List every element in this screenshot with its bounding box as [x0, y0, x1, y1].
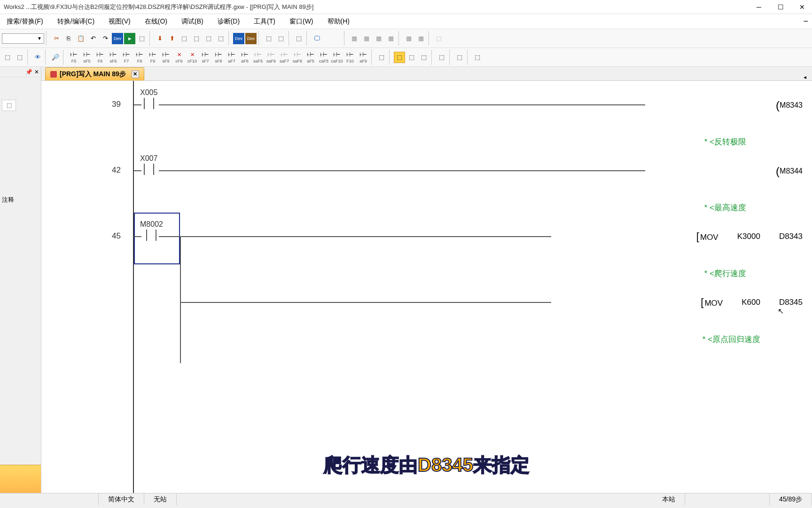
step-number: 39 [112, 100, 121, 109]
redo-icon[interactable]: ↷ [100, 33, 111, 44]
chart-icon-5[interactable]: ▦ [403, 33, 414, 44]
titlebar: Works2 ...工视频\9.FX3U与台达B2伺服定位控制\428.DSZR… [0, 0, 812, 14]
rung-comment: * <最高速度 [704, 202, 746, 213]
chart-icon-6[interactable]: ▦ [415, 33, 427, 44]
toolbar-dropdown-1[interactable]: ▼ [2, 33, 44, 44]
fkey-saF5[interactable]: ⊦⊢saF5 [252, 49, 264, 65]
fkey-F9[interactable]: ⊦⊢F9 [147, 49, 159, 65]
menu-diagnose[interactable]: 诊断(D) [215, 16, 242, 28]
toolbar2-btn-g[interactable]: ⬚ [436, 52, 447, 63]
menu-help[interactable]: 帮助(H) [325, 16, 352, 28]
coil-m8343[interactable]: (M8343 [776, 99, 803, 112]
coil-m8344[interactable]: (M8344 [776, 165, 803, 178]
toolbar2-btn-f[interactable]: ⬚ [418, 52, 429, 63]
fkey-F5[interactable]: ⊦⊢F5 [68, 49, 80, 65]
chart-icon-2[interactable]: ▦ [361, 33, 372, 44]
compare-icon[interactable]: ⬚ [191, 33, 202, 44]
maximize-button[interactable]: ☐ [774, 2, 787, 12]
toolbar2-btn-h[interactable]: ⬚ [454, 52, 465, 63]
fkey-sF7[interactable]: ⊦⊢sF7 [199, 49, 211, 65]
chart-icon-1[interactable]: ▦ [349, 33, 360, 44]
fkey-F8[interactable]: ⊦⊢F8 [133, 49, 146, 65]
toolbar2-btn-a[interactable]: ⬚ [2, 52, 13, 63]
titlebar-text: Works2 ...工视频\9.FX3U与台达B2伺服定位控制\428.DSZR… [4, 3, 753, 11]
fkey-cF10[interactable]: ✕cF10 [186, 49, 198, 65]
display-icon[interactable]: 🖵 [311, 33, 322, 44]
minimize-button[interactable]: ─ [753, 2, 765, 12]
toolbar2-btn-d[interactable]: ⬚ [394, 52, 405, 63]
menu-debug[interactable]: 调试(B) [179, 16, 206, 28]
fkey-aF7[interactable]: ⊦⊢aF7 [226, 49, 238, 65]
toolbar2-btn-b[interactable]: ⬚ [14, 52, 25, 63]
toolbar-btn-d[interactable]: ⬚ [263, 33, 274, 44]
contact-m8002[interactable]: M8002 [140, 220, 163, 241]
toolbar-btn-f[interactable]: ⬚ [293, 33, 304, 44]
fkey-sF8[interactable]: ⊦⊢sF8 [212, 49, 225, 65]
menu-view[interactable]: 视图(V) [106, 16, 133, 28]
tab-nav-left-icon[interactable]: ◂ [804, 74, 806, 80]
close-button[interactable]: ✕ [796, 2, 808, 12]
contact-x007[interactable]: X007 [140, 154, 157, 175]
toolbar-1: ▼ ✂ ⎘ 📋 ↶ ↷ Dev ▸ ⬚ ⬇ ⬆ ⬚ ⬚ ⬚ ⬚ Dev Dev … [0, 29, 812, 48]
tab-strip: [PRG]写入 MAIN 89步 ✕ ◂ [41, 67, 812, 81]
chart-icon-3[interactable]: ▦ [373, 33, 384, 44]
fkey-F10[interactable]: ⊦⊢F10 [344, 49, 356, 65]
monitor-icon[interactable]: ▸ [124, 33, 135, 44]
fkey-aF5[interactable]: ⊦⊢aF5 [304, 49, 317, 65]
menu-tool[interactable]: 工具(T) [251, 16, 278, 28]
tab-active[interactable]: [PRG]写入 MAIN 89步 ✕ [45, 67, 144, 80]
main-area: [PRG]写入 MAIN 89步 ✕ ◂ 39 X005 (M8343 * <反… [41, 67, 812, 493]
view-icon[interactable]: 👁 [32, 52, 43, 63]
toolbar-btn-b[interactable]: ⬚ [203, 33, 214, 44]
paste-icon[interactable]: 📋 [75, 33, 86, 44]
fkey-sF6[interactable]: ⊦⊢sF6 [107, 49, 119, 65]
tab-close-icon[interactable]: ✕ [132, 71, 139, 78]
toolbar-btn-e[interactable]: ⬚ [275, 33, 287, 44]
statusbar: 简体中文 无站 本站 45/89步 [0, 493, 812, 505]
left-tool-1[interactable]: ⬚ [2, 100, 16, 111]
rung-comment: * <原点回归速度 [703, 334, 760, 345]
fkey-saF7[interactable]: ⊦⊢saF7 [278, 49, 290, 65]
fkey-sF9[interactable]: ⊦⊢sF9 [160, 49, 172, 65]
left-panel-footer [0, 465, 41, 493]
menubar-overflow[interactable]: − [803, 16, 808, 26]
ladder-editor[interactable]: 39 X005 (M8343 * <反转极限 42 X007 (M8344 * [41, 81, 812, 493]
fkey-aF8[interactable]: ⊦⊢aF8 [239, 49, 251, 65]
dev-icon-2[interactable]: Dev [233, 33, 244, 44]
menu-convert[interactable]: 转换/编译(C) [55, 16, 97, 28]
fkey-cF9[interactable]: ✕cF9 [173, 49, 185, 65]
toolbar-btn-a[interactable]: ⬚ [136, 33, 148, 44]
instr-mov-2[interactable]: [MOV K600 D8345 [701, 296, 803, 309]
fkey-aF9[interactable]: ⊦⊢aF9 [357, 49, 369, 65]
download-icon[interactable]: ⬇ [154, 33, 165, 44]
undo-icon[interactable]: ↶ [87, 33, 99, 44]
fkey-F7[interactable]: ⊦⊢F7 [120, 49, 133, 65]
toolbar2-btn-c[interactable]: ⬚ [376, 52, 387, 63]
fkey-saF8[interactable]: ⊦⊢saF8 [291, 49, 304, 65]
menu-window[interactable]: 窗口(W) [287, 16, 316, 28]
fkey-saF6[interactable]: ⊦⊢saF6 [265, 49, 277, 65]
fkey-sF5[interactable]: ⊦⊢sF5 [81, 49, 93, 65]
toolbar2-btn-i[interactable]: ⬚ [472, 52, 483, 63]
panel-close-icon[interactable]: ✕ [34, 69, 39, 75]
pin-icon[interactable]: 📌 [25, 69, 32, 75]
contact-x005[interactable]: X005 [140, 88, 157, 109]
search-tool-icon[interactable]: 🔎 [50, 52, 61, 63]
dev-icon-1[interactable]: Dev [112, 33, 123, 44]
fkey-caF5[interactable]: ⊦⊢caF5 [318, 49, 330, 65]
fkey-caF10[interactable]: ⊦⊢caF10 [331, 49, 343, 65]
menu-search[interactable]: 搜索/替换(F) [4, 16, 46, 28]
toolbar2-btn-e[interactable]: ⬚ [406, 52, 417, 63]
upload-icon[interactable]: ⬆ [166, 33, 178, 44]
toolbar-btn-c[interactable]: ⬚ [215, 33, 226, 44]
step-number: 45 [112, 231, 121, 241]
copy-icon[interactable]: ⎘ [63, 33, 74, 44]
chart-icon-4[interactable]: ▦ [385, 33, 397, 44]
chart-icon-7[interactable]: ⬚ [433, 33, 445, 44]
dev-icon-3[interactable]: Dev [245, 33, 257, 44]
fkey-F6[interactable]: ⊦⊢F6 [94, 49, 106, 65]
cut-icon[interactable]: ✂ [51, 33, 62, 44]
instr-mov-1[interactable]: [MOV K3000 D8343 [696, 230, 803, 243]
verify-icon[interactable]: ⬚ [179, 33, 190, 44]
menu-online[interactable]: 在线(O) [142, 16, 170, 28]
